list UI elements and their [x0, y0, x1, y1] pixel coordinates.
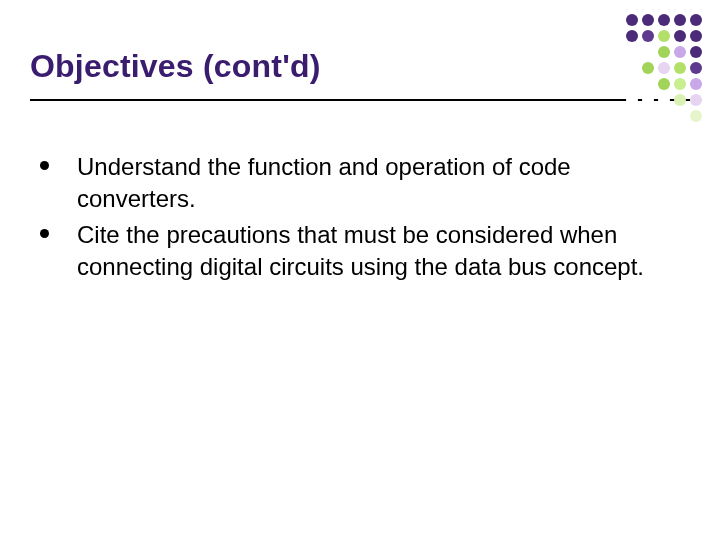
decoration-dot-icon — [674, 110, 686, 122]
decoration-dot-icon — [642, 46, 654, 58]
bullet-icon — [40, 229, 49, 238]
list-item: Cite the precautions that must be consid… — [40, 219, 660, 283]
decoration-dot-icon — [626, 14, 638, 26]
decoration-dot-icon — [690, 94, 702, 106]
decoration-dot-icon — [690, 110, 702, 122]
slide-title: Objectives (cont'd) — [30, 48, 690, 85]
content-area: Understand the function and operation of… — [0, 101, 720, 283]
list-item: Understand the function and operation of… — [40, 151, 660, 215]
decoration-dot-icon — [642, 30, 654, 42]
slide-container: Objectives (cont'd) Understand the funct… — [0, 0, 720, 540]
decoration-dot-icon — [642, 62, 654, 74]
decoration-dot-icon — [674, 94, 686, 106]
decoration-dot-icon — [674, 78, 686, 90]
bullet-text: Understand the function and operation of… — [77, 151, 660, 215]
decoration-dot-icon — [626, 62, 638, 74]
decoration-dot-icon — [642, 110, 654, 122]
decoration-dot-icon — [658, 62, 670, 74]
decoration-dot-icon — [658, 14, 670, 26]
decoration-dot-icon — [642, 94, 654, 106]
decoration-dot-icon — [674, 30, 686, 42]
decoration-dot-icon — [642, 14, 654, 26]
bullet-text: Cite the precautions that must be consid… — [77, 219, 660, 283]
decoration-dot-icon — [658, 94, 670, 106]
decoration-dot-icon — [690, 14, 702, 26]
decoration-dot-icon — [642, 78, 654, 90]
decoration-dot-icon — [626, 94, 638, 106]
decoration-dot-icon — [626, 110, 638, 122]
decoration-dot-icon — [674, 46, 686, 58]
decoration-dot-icon — [690, 62, 702, 74]
decoration-dot-icon — [690, 78, 702, 90]
decoration-dot-icon — [626, 78, 638, 90]
decoration-dot-icon — [626, 30, 638, 42]
decoration-dot-icon — [658, 78, 670, 90]
bullet-icon — [40, 161, 49, 170]
title-area: Objectives (cont'd) — [0, 0, 720, 85]
decoration-dot-icon — [658, 110, 670, 122]
decoration-dot-icon — [626, 46, 638, 58]
decoration-dot-icon — [674, 14, 686, 26]
decoration-dot-icon — [690, 46, 702, 58]
corner-decoration — [626, 14, 702, 122]
decoration-dot-icon — [674, 62, 686, 74]
decoration-dot-icon — [658, 30, 670, 42]
decoration-dot-icon — [658, 46, 670, 58]
decoration-dot-icon — [690, 30, 702, 42]
